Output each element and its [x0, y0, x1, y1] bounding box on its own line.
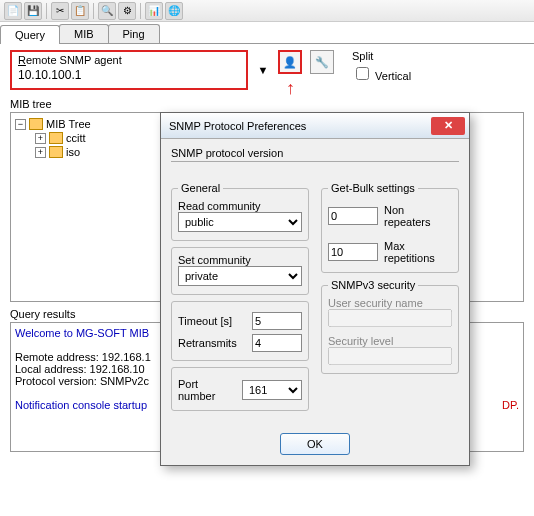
protocol-prefs-button[interactable]: 🔧: [310, 50, 334, 74]
set-community-select[interactable]: private: [178, 266, 302, 286]
nonrepeaters-input[interactable]: [328, 207, 378, 225]
main-tabs: Query MIB Ping: [0, 24, 534, 44]
toolbar-icon[interactable]: 📄: [4, 2, 22, 20]
contact-agent-button[interactable]: 👤: [278, 50, 302, 74]
toolbar-icon[interactable]: ⚙: [118, 2, 136, 20]
main-toolbar: 📄 💾 ✂ 📋 🔍 ⚙ 📊 🌐: [0, 0, 534, 22]
port-select[interactable]: 161: [242, 380, 302, 400]
set-community-label: Set community: [178, 254, 302, 266]
split-group: Split Vertical: [352, 50, 411, 83]
toolbar-icon[interactable]: 📋: [71, 2, 89, 20]
agent-dropdown-icon[interactable]: ▼: [256, 64, 270, 76]
tab-mib[interactable]: MIB: [59, 24, 109, 43]
remote-agent-group: RRemote SNMP agentemote SNMP agent: [10, 50, 248, 90]
collapse-icon[interactable]: −: [15, 119, 26, 130]
security-level-input: [328, 347, 452, 365]
maxrep-label: Max repetitions: [384, 240, 452, 264]
toolbar-icon[interactable]: 💾: [24, 2, 42, 20]
general-group: General Read community public: [171, 182, 309, 241]
tree-node-label: ccitt: [66, 132, 86, 144]
expand-icon[interactable]: +: [35, 147, 46, 158]
tab-ping[interactable]: Ping: [108, 24, 160, 43]
ok-button[interactable]: OK: [280, 433, 350, 455]
tree-node-label: iso: [66, 146, 80, 158]
toolbar-icon[interactable]: ✂: [51, 2, 69, 20]
timeout-label: Timeout [s]: [178, 315, 246, 327]
dialog-title: SNMP Protocol Preferences: [169, 120, 306, 132]
retransmits-label: Retransmits: [178, 337, 246, 349]
split-label: Split: [352, 50, 411, 62]
tree-node-label: MIB Tree: [46, 118, 91, 130]
annotation-arrow-icon: ↑: [286, 78, 295, 99]
port-label: Port number: [178, 378, 236, 402]
toolbar-icon[interactable]: 🔍: [98, 2, 116, 20]
tab-query[interactable]: Query: [0, 25, 60, 44]
set-community-group: Set community private: [171, 247, 309, 295]
vertical-checkbox-label[interactable]: Vertical: [352, 70, 411, 82]
results-line: Notification console startup: [15, 399, 147, 411]
folder-icon: [49, 132, 63, 144]
snmp-prefs-dialog: SNMP Protocol Preferences ✕ SNMP protoco…: [160, 112, 470, 466]
getbulk-legend: Get-Bulk settings: [328, 182, 418, 194]
mib-tree-label: MIB tree: [10, 98, 524, 110]
getbulk-group: Get-Bulk settings Non repeaters Max repe…: [321, 182, 459, 273]
toolbar-icon[interactable]: 🌐: [165, 2, 183, 20]
user-security-input: [328, 309, 452, 327]
remote-agent-input[interactable]: [18, 66, 240, 84]
expand-icon[interactable]: +: [35, 133, 46, 144]
read-community-label: Read community: [178, 200, 302, 212]
security-level-label: Security level: [328, 335, 452, 347]
vertical-checkbox[interactable]: [356, 67, 369, 80]
nonrepeaters-label: Non repeaters: [384, 204, 452, 228]
close-button[interactable]: ✕: [431, 117, 465, 135]
timeout-input[interactable]: [252, 312, 302, 330]
dialog-titlebar[interactable]: SNMP Protocol Preferences ✕: [161, 113, 469, 139]
timing-group: Timeout [s] Retransmits: [171, 301, 309, 361]
general-legend: General: [178, 182, 223, 194]
retransmits-input[interactable]: [252, 334, 302, 352]
protocol-version-label: SNMP protocol version: [171, 147, 459, 162]
toolbar-icon[interactable]: 📊: [145, 2, 163, 20]
port-group: Port number 161: [171, 367, 309, 411]
snmpv3-legend: SNMPv3 security: [328, 279, 418, 291]
snmpv3-group: SNMPv3 security User security name Secur…: [321, 279, 459, 374]
user-security-label: User security name: [328, 297, 452, 309]
maxrep-input[interactable]: [328, 243, 378, 261]
results-line: DP.: [502, 399, 519, 411]
read-community-select[interactable]: public: [178, 212, 302, 232]
remote-agent-label: RRemote SNMP agentemote SNMP agent: [18, 54, 240, 66]
folder-icon: [29, 118, 43, 130]
folder-icon: [49, 146, 63, 158]
